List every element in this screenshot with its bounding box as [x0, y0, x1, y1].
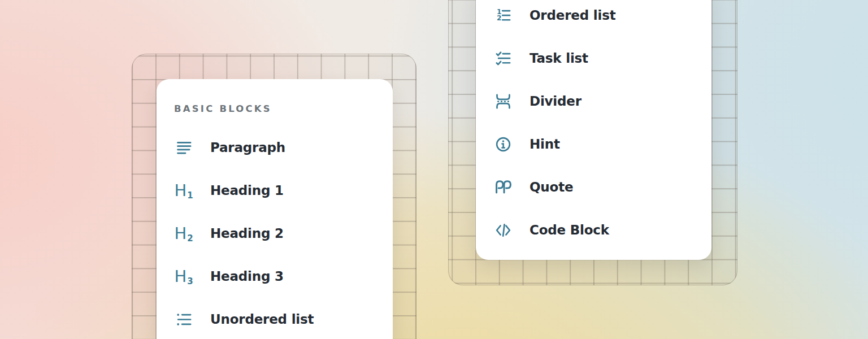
quote-icon — [493, 177, 513, 197]
menu-item-heading-2[interactable]: H2 Heading 2 — [174, 212, 393, 255]
ordered-list-icon: 1 2 — [493, 6, 513, 25]
heading-3-icon: H3 — [174, 267, 193, 286]
menu-item-heading-1[interactable]: H1 Heading 1 — [174, 169, 393, 212]
unordered-list-icon — [174, 310, 193, 329]
code-block-icon — [493, 220, 513, 240]
blocks-menu-continued: 1 2 Ordered list Task list — [476, 0, 711, 260]
menu-item-code-block[interactable]: Code Block — [493, 208, 711, 251]
menu-item-divider[interactable]: Divider — [493, 80, 711, 123]
menu-item-heading-3[interactable]: H3 Heading 3 — [174, 255, 393, 298]
svg-text:2: 2 — [496, 14, 501, 22]
heading-2-icon: H2 — [174, 224, 193, 243]
menu-item-task-list[interactable]: Task list — [493, 37, 711, 80]
section-header-basic-blocks: BASIC BLOCKS — [174, 104, 393, 114]
menu-item-ordered-list[interactable]: 1 2 Ordered list — [493, 0, 711, 37]
menu-item-quote[interactable]: Quote — [493, 166, 711, 208]
hint-icon — [493, 134, 513, 154]
heading-1-icon: H1 — [174, 181, 193, 200]
paragraph-icon — [174, 138, 193, 157]
task-list-icon — [493, 49, 513, 68]
menu-item-paragraph[interactable]: Paragraph — [174, 126, 393, 169]
basic-blocks-menu: BASIC BLOCKS Paragraph H1 Heading 1 H2 H… — [157, 79, 393, 339]
divider-icon — [493, 92, 513, 111]
menu-item-hint[interactable]: Hint — [493, 123, 711, 166]
menu-item-unordered-list[interactable]: Unordered list — [174, 298, 393, 339]
